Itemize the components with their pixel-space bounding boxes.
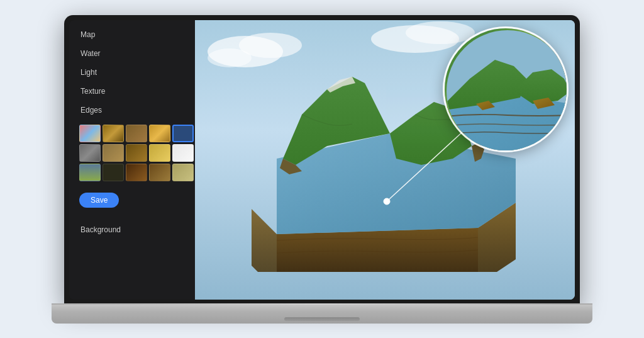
sidebar: Map Water Light Texture Edges [69,20,195,300]
texture-swatch-1[interactable] [103,125,124,142]
sidebar-item-light[interactable]: Light [69,63,195,82]
texture-swatch-11[interactable] [103,164,124,181]
sidebar-item-map[interactable]: Map [69,25,195,44]
texture-swatch-10[interactable] [79,164,101,181]
texture-swatch-5[interactable] [79,144,101,162]
texture-swatch-7[interactable] [126,144,147,162]
laptop-base [52,303,592,324]
svg-marker-8 [277,228,478,272]
texture-swatch-13[interactable] [149,164,170,181]
texture-swatch-14[interactable] [172,164,194,181]
texture-swatch-0[interactable] [79,125,101,142]
sidebar-item-edges[interactable]: Edges [69,101,195,120]
texture-swatch-8[interactable] [149,144,170,162]
texture-swatch-12[interactable] [126,164,147,181]
laptop-screen: Map Water Light Texture Edges [69,20,575,300]
texture-swatch-3[interactable] [149,125,170,142]
texture-swatch-6[interactable] [103,144,124,162]
main-content [195,20,575,300]
texture-swatch-9[interactable] [172,144,194,162]
svg-marker-9 [252,209,277,272]
sidebar-item-texture[interactable]: Texture [69,82,195,101]
texture-grid [69,121,195,185]
sidebar-item-water[interactable]: Water [69,44,195,63]
laptop-screen-bezel: Map Water Light Texture Edges [64,15,580,305]
sidebar-item-background[interactable]: Background [69,220,195,239]
magnified-circle [443,26,569,152]
texture-swatch-4[interactable] [172,125,194,142]
magnified-terrain [445,28,567,150]
laptop-wrapper: Map Water Light Texture Edges [33,6,611,333]
texture-swatch-2[interactable] [126,125,147,142]
laptop-body: Map Water Light Texture Edges [52,15,592,324]
magnified-svg [445,28,567,150]
save-button[interactable]: Save [79,193,119,208]
save-button-wrapper: Save [69,188,195,213]
